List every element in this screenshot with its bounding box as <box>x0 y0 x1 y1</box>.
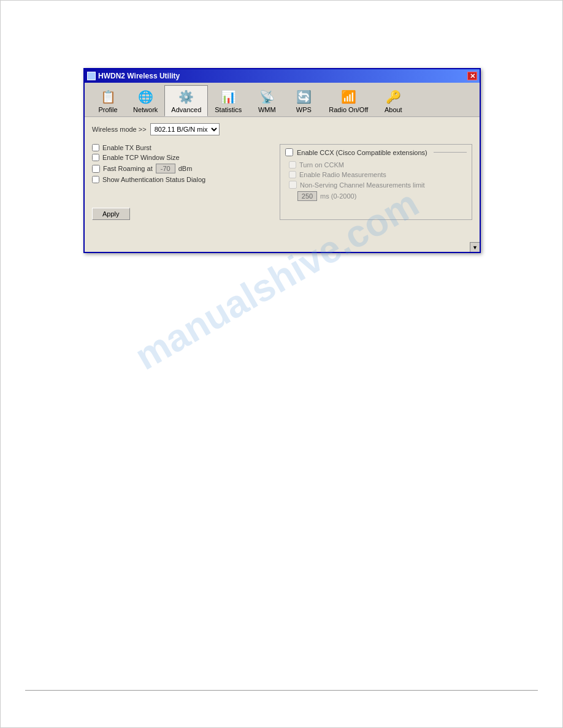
tab-about[interactable]: 🔑 About <box>375 85 412 116</box>
button-row: Apply <box>92 204 274 220</box>
fast-roaming-row: Fast Roaming at dBm <box>92 164 274 173</box>
show-auth-dialog-label: Show Authentication Status Dialog <box>102 176 205 183</box>
show-auth-dialog-row: Show Authentication Status Dialog <box>92 176 274 183</box>
close-button[interactable]: ✕ <box>467 72 477 80</box>
fast-roaming-checkbox[interactable] <box>92 165 100 173</box>
app-window: HWDN2 Wireless Utility ✕ 📋 Profile 🌐 Net… <box>83 68 481 253</box>
toolbar: 📋 Profile 🌐 Network ⚙️ Advanced 📊 Statis… <box>85 83 480 117</box>
non-serving-checkbox[interactable] <box>289 181 297 189</box>
ccx-radio-meas-label: Enable Radio Measurements <box>299 171 386 178</box>
main-layout: Enable TX Burst Enable TCP Window Size F… <box>92 144 472 220</box>
left-options: Enable TX Burst Enable TCP Window Size F… <box>92 144 274 220</box>
wireless-mode-label: Wireless mode >> <box>92 126 147 133</box>
ccx-header-row: Enable CCX (Cisco Compatible extensions) <box>285 148 467 156</box>
wps-icon: 🔄 <box>294 88 313 105</box>
enable-tx-burst-label: Enable TX Burst <box>102 144 151 151</box>
tab-radio-label: Radio On/Off <box>329 106 368 113</box>
wireless-mode-select[interactable]: 802.11 B/G/N mix 802.11 B only 802.11 G … <box>150 123 220 135</box>
ccx-cckm-checkbox[interactable] <box>289 161 296 169</box>
wmm-icon: 📡 <box>257 88 277 105</box>
tab-advanced-label: Advanced <box>171 106 201 113</box>
network-icon: 🌐 <box>136 88 155 105</box>
tab-profile-label: Profile <box>98 106 117 113</box>
non-serving-row: Non-Serving Channel Measurements limit <box>285 181 467 189</box>
statistics-icon: 📊 <box>218 88 238 105</box>
wireless-mode-row: Wireless mode >> 802.11 B/G/N mix 802.11… <box>92 123 472 135</box>
enable-tcp-window-row: Enable TCP Window Size <box>92 154 274 161</box>
ms-value-input[interactable] <box>297 191 317 201</box>
tab-wps[interactable]: 🔄 WPS <box>285 85 322 116</box>
title-bar-left: HWDN2 Wireless Utility <box>87 72 180 80</box>
page-outer: manualshive.com HWDN2 Wireless Utility ✕… <box>0 0 563 728</box>
tab-statistics-label: Statistics <box>215 106 242 113</box>
tab-wmm-label: WMM <box>258 106 276 113</box>
title-bar: HWDN2 Wireless Utility ✕ <box>85 69 480 83</box>
ms-range-label: ms (0-2000) <box>320 192 356 200</box>
ccx-header-label: Enable CCX (Cisco Compatible extensions) <box>297 149 427 156</box>
ccx-enable-checkbox[interactable] <box>285 148 293 156</box>
apply-button[interactable]: Apply <box>92 208 130 220</box>
tab-about-label: About <box>385 106 402 113</box>
tab-wmm[interactable]: 📡 WMM <box>248 85 285 116</box>
tab-network[interactable]: 🌐 Network <box>126 85 164 116</box>
enable-tx-burst-checkbox[interactable] <box>92 144 99 151</box>
app-icon <box>87 72 96 80</box>
ccx-radio-meas-checkbox[interactable] <box>289 171 296 178</box>
tab-advanced[interactable]: ⚙️ Advanced <box>164 85 208 116</box>
tab-network-label: Network <box>133 106 158 113</box>
ccx-divider-line <box>434 152 467 153</box>
enable-tcp-window-label: Enable TCP Window Size <box>102 154 180 161</box>
content-area: Wireless mode >> 802.11 B/G/N mix 802.11… <box>85 117 480 252</box>
radio-icon: 📶 <box>339 88 358 105</box>
show-auth-dialog-checkbox[interactable] <box>92 176 99 183</box>
scroll-down-arrow[interactable]: ▼ <box>470 242 480 252</box>
non-serving-label: Non-Serving Channel Measurements limit <box>300 181 425 189</box>
tab-profile[interactable]: 📋 Profile <box>90 85 126 116</box>
tab-radio-on-off[interactable]: 📶 Radio On/Off <box>322 85 375 116</box>
profile-icon: 📋 <box>98 88 118 105</box>
chevron-down-icon: ▼ <box>472 245 478 251</box>
ms-value-row: ms (0-2000) <box>285 191 467 201</box>
fast-roaming-unit: dBm <box>178 165 193 172</box>
tab-statistics[interactable]: 📊 Statistics <box>208 85 248 116</box>
fast-roaming-label: Fast Roaming at <box>103 165 153 172</box>
ccx-cckm-row: Turn on CCKM <box>285 161 467 169</box>
enable-tx-burst-row: Enable TX Burst <box>92 144 274 151</box>
ccx-box: Enable CCX (Cisco Compatible extensions)… <box>280 144 472 220</box>
ccx-cckm-label: Turn on CCKM <box>299 161 344 169</box>
tab-wps-label: WPS <box>296 106 312 113</box>
window-title: HWDN2 Wireless Utility <box>98 72 180 80</box>
advanced-icon: ⚙️ <box>177 88 196 105</box>
enable-tcp-window-checkbox[interactable] <box>92 154 99 161</box>
bottom-line <box>25 690 538 691</box>
fast-roaming-input[interactable] <box>156 164 175 173</box>
ccx-radio-meas-row: Enable Radio Measurements <box>285 171 467 178</box>
about-icon: 🔑 <box>383 88 403 105</box>
